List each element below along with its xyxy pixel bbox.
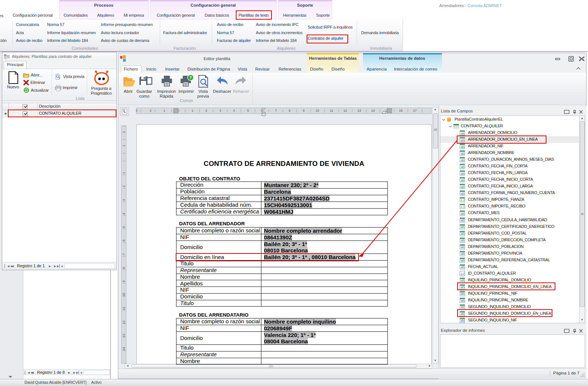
svg-text:?: ? [189, 75, 192, 80]
